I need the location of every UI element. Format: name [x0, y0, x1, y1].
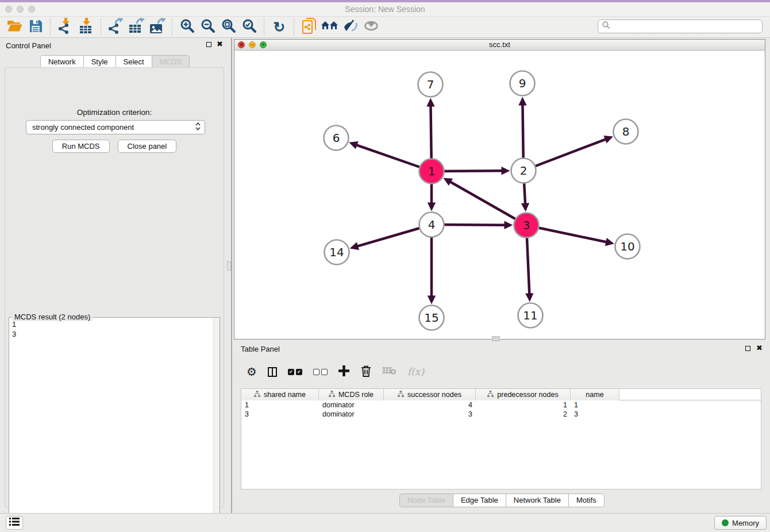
close-panel-icon[interactable]: ✖	[217, 41, 223, 48]
control-panel-title: Control Panel	[6, 41, 51, 50]
column-header-name[interactable]: name	[571, 389, 619, 400]
refresh-view-button[interactable]: ↻	[269, 18, 290, 36]
float-table-panel-icon[interactable]	[745, 346, 750, 351]
mcds-result-text[interactable]: 1 3	[12, 319, 16, 339]
add-column-icon[interactable]	[338, 365, 349, 379]
deselect-all-columns-icon[interactable]	[313, 369, 328, 375]
save-floppy-icon	[29, 20, 43, 35]
zoom-in-button[interactable]	[177, 18, 198, 36]
delete-table-icon[interactable]	[383, 366, 396, 377]
graph-edge-2-8[interactable]	[523, 139, 606, 171]
float-panel-icon[interactable]	[206, 42, 211, 47]
table-body: 1dominator4113dominator323	[241, 400, 761, 419]
column-label: MCDS role	[338, 391, 374, 399]
search-box[interactable]	[598, 20, 763, 33]
copy-network-icon	[302, 18, 316, 36]
table-cell: 2	[476, 410, 571, 419]
vertical-splitter[interactable]	[231, 38, 232, 513]
zoom-selected-button[interactable]	[239, 18, 260, 36]
column-label: successor nodes	[407, 391, 461, 399]
zoom-selected-icon	[242, 18, 257, 36]
network-close-button[interactable]: ✕	[238, 41, 245, 48]
tab-edge-table[interactable]: Edge Table	[453, 494, 506, 507]
column-tree-icon	[254, 391, 260, 399]
graph-node-label: 1	[428, 164, 436, 178]
graph-edge-arrowhead	[428, 296, 436, 304]
table-cell: 3	[241, 410, 319, 419]
table-panel-tabs: Node TableEdge TableNetwork TableMotifs	[234, 494, 770, 507]
import-table-button[interactable]	[76, 18, 97, 36]
close-panel-button[interactable]: Close panel	[118, 140, 177, 153]
graph-node-label: 10	[620, 240, 634, 253]
table-row[interactable]: 1dominator411	[241, 400, 761, 410]
export-network-icon	[108, 18, 124, 36]
column-header-successor-nodes[interactable]: successor nodes	[384, 389, 476, 400]
column-header-mcds-role[interactable]: MCDS role	[319, 389, 384, 400]
import-network-button[interactable]	[55, 18, 76, 36]
function-builder-icon[interactable]: f(x)	[407, 366, 424, 377]
open-folder-icon	[7, 20, 23, 35]
graph-edge-arrowhead	[525, 293, 533, 302]
tab-node-table[interactable]: Node Table	[399, 494, 453, 507]
graph-edge-3-1[interactable]	[450, 182, 526, 225]
canvas-resize-handle[interactable]	[492, 336, 500, 341]
select-all-columns-icon[interactable]: ✔✔	[288, 369, 302, 375]
network-maximize-button[interactable]: +	[260, 41, 267, 48]
export-network-button[interactable]	[106, 18, 126, 36]
toolbar-separator	[50, 18, 51, 36]
mcds-result-box: MCDS result (2 nodes) 1 3	[9, 317, 220, 530]
column-header-predecessor-nodes[interactable]: predecessor nodes	[476, 389, 571, 400]
graph-node-label: 6	[333, 131, 340, 145]
criterion-select[interactable]: strongly connected component	[26, 120, 205, 134]
column-tree-icon	[487, 391, 494, 399]
show-columns-icon[interactable]	[268, 367, 277, 377]
save-session-button[interactable]	[25, 18, 46, 36]
zoom-out-button[interactable]	[198, 18, 218, 36]
graph-edge-arrowhead	[518, 97, 526, 105]
tab-motifs[interactable]: Motifs	[569, 494, 605, 507]
column-label: predecessor nodes	[497, 391, 558, 399]
memory-button[interactable]: Memory	[714, 516, 767, 530]
search-input[interactable]	[611, 22, 762, 32]
export-table-button[interactable]	[126, 18, 147, 36]
eye-icon	[363, 20, 379, 34]
graph-edge-arrowhead	[428, 203, 436, 211]
export-table-icon	[128, 18, 145, 36]
export-image-button[interactable]	[147, 18, 168, 36]
network-canvas[interactable]: 7968124314101511	[234, 51, 765, 339]
graph-edge-arrowhead	[521, 203, 529, 211]
result-scrollbar[interactable]	[213, 318, 220, 529]
home-layout-button[interactable]	[319, 18, 340, 36]
hide-selected-button[interactable]	[340, 18, 361, 36]
table-cell: 3	[384, 410, 476, 419]
refresh-icon: ↻	[274, 18, 286, 36]
table-row[interactable]: 3dominator323	[241, 410, 761, 419]
control-panel-body: Optimization criterion: strongly connect…	[5, 67, 224, 508]
hide-eye-icon	[342, 19, 359, 35]
splitter-handle[interactable]	[227, 261, 231, 271]
table-header-row: shared nameMCDS rolesuccessor nodesprede…	[241, 389, 761, 400]
search-icon	[602, 21, 611, 32]
network-window-titlebar: scc.txt ✕ − +	[234, 40, 765, 51]
table-cell: dominator	[319, 400, 384, 410]
close-table-panel-icon[interactable]: ✖	[756, 345, 763, 352]
table-panel-title: Table Panel	[241, 345, 280, 353]
graph-node-label: 15	[424, 311, 438, 325]
column-header-shared-name[interactable]: shared name	[241, 389, 319, 400]
task-history-button[interactable]	[6, 516, 23, 530]
export-image-icon	[149, 18, 166, 36]
graph-node-label: 2	[520, 164, 528, 178]
run-mcds-button[interactable]: Run MCDS	[52, 140, 110, 153]
delete-column-trash-icon[interactable]	[360, 365, 372, 379]
graph-edge-arrowhead	[350, 242, 359, 250]
graph-node-label: 8	[622, 125, 630, 138]
tab-network-table[interactable]: Network Table	[506, 494, 569, 507]
table-settings-gear-icon[interactable]: ⚙	[247, 365, 257, 379]
graph-edge-arrowhead	[349, 141, 359, 149]
show-all-button[interactable]	[361, 18, 382, 36]
copy-network-button[interactable]	[299, 18, 319, 36]
graph-svg: 7968124314101511	[234, 51, 765, 339]
network-minimize-button[interactable]: −	[249, 41, 256, 48]
zoom-fit-button[interactable]	[218, 18, 239, 36]
open-file-button[interactable]	[5, 18, 25, 36]
